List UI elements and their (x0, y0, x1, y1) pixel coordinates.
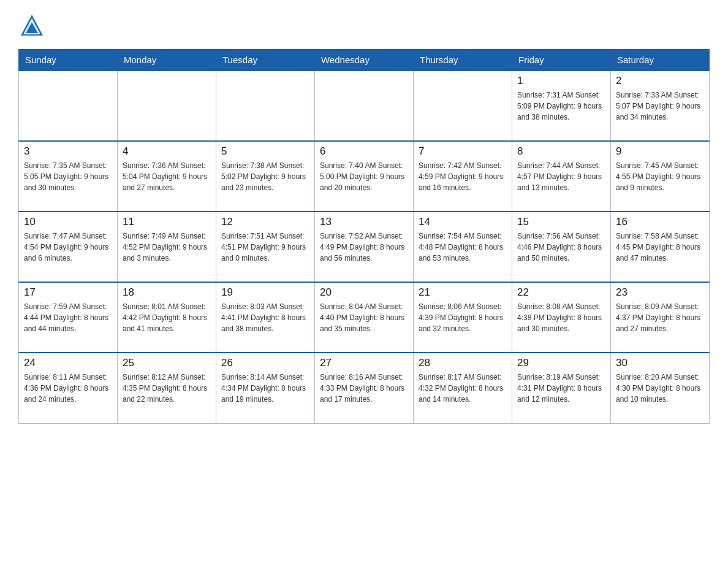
day-cell: 1Sunrise: 7:31 AM Sunset: 5:09 PM Daylig… (512, 71, 611, 141)
day-number: 21 (419, 286, 507, 299)
day-number: 1 (517, 75, 605, 87)
day-cell: 25Sunrise: 8:12 AM Sunset: 4:35 PM Dayli… (118, 353, 216, 423)
day-info: Sunrise: 7:38 AM Sunset: 5:02 PM Dayligh… (221, 160, 309, 193)
day-cell: 11Sunrise: 7:49 AM Sunset: 4:52 PM Dayli… (118, 212, 216, 282)
day-cell: 10Sunrise: 7:47 AM Sunset: 4:54 PM Dayli… (19, 212, 118, 282)
day-number: 26 (221, 357, 309, 369)
col-header-saturday: Saturday (611, 50, 710, 71)
week-row-2: 3Sunrise: 7:35 AM Sunset: 5:05 PM Daylig… (19, 141, 710, 212)
day-info: Sunrise: 8:20 AM Sunset: 4:30 PM Dayligh… (616, 372, 704, 405)
day-number: 18 (123, 286, 211, 299)
day-number: 24 (24, 357, 112, 369)
day-info: Sunrise: 7:44 AM Sunset: 4:57 PM Dayligh… (517, 160, 605, 193)
page-header (18, 12, 710, 39)
day-info: Sunrise: 7:45 AM Sunset: 4:55 PM Dayligh… (616, 160, 704, 193)
day-number: 28 (419, 357, 507, 369)
day-number: 10 (24, 216, 112, 228)
day-info: Sunrise: 7:49 AM Sunset: 4:52 PM Dayligh… (123, 231, 211, 264)
day-info: Sunrise: 8:06 AM Sunset: 4:39 PM Dayligh… (419, 301, 507, 334)
day-cell: 23Sunrise: 8:09 AM Sunset: 4:37 PM Dayli… (611, 282, 710, 353)
day-number: 12 (221, 216, 309, 228)
day-cell (216, 71, 315, 141)
day-cell: 22Sunrise: 8:08 AM Sunset: 4:38 PM Dayli… (512, 282, 611, 353)
day-info: Sunrise: 7:56 AM Sunset: 4:46 PM Dayligh… (517, 231, 605, 264)
day-cell: 9Sunrise: 7:45 AM Sunset: 4:55 PM Daylig… (611, 141, 710, 212)
day-info: Sunrise: 7:31 AM Sunset: 5:09 PM Dayligh… (517, 90, 605, 123)
day-info: Sunrise: 8:19 AM Sunset: 4:31 PM Dayligh… (517, 372, 605, 405)
day-info: Sunrise: 7:33 AM Sunset: 5:07 PM Dayligh… (616, 90, 704, 123)
day-info: Sunrise: 8:01 AM Sunset: 4:42 PM Dayligh… (123, 301, 211, 334)
day-info: Sunrise: 7:47 AM Sunset: 4:54 PM Dayligh… (24, 231, 112, 264)
day-cell: 12Sunrise: 7:51 AM Sunset: 4:51 PM Dayli… (216, 212, 315, 282)
day-cell: 19Sunrise: 8:03 AM Sunset: 4:41 PM Dayli… (216, 282, 315, 353)
day-info: Sunrise: 7:35 AM Sunset: 5:05 PM Dayligh… (24, 160, 112, 193)
day-number: 23 (616, 286, 704, 299)
day-number: 2 (616, 75, 704, 87)
day-info: Sunrise: 7:52 AM Sunset: 4:49 PM Dayligh… (320, 231, 408, 264)
day-cell: 27Sunrise: 8:16 AM Sunset: 4:33 PM Dayli… (315, 353, 414, 423)
day-cell: 6Sunrise: 7:40 AM Sunset: 5:00 PM Daylig… (315, 141, 414, 212)
day-number: 15 (517, 216, 605, 228)
day-info: Sunrise: 7:58 AM Sunset: 4:45 PM Dayligh… (616, 231, 704, 264)
day-cell: 16Sunrise: 7:58 AM Sunset: 4:45 PM Dayli… (611, 212, 710, 282)
day-cell: 2Sunrise: 7:33 AM Sunset: 5:07 PM Daylig… (611, 71, 710, 141)
day-info: Sunrise: 8:14 AM Sunset: 4:34 PM Dayligh… (221, 372, 309, 405)
day-number: 7 (419, 145, 507, 158)
day-cell (118, 71, 216, 141)
col-header-monday: Monday (118, 50, 216, 71)
day-cell: 13Sunrise: 7:52 AM Sunset: 4:49 PM Dayli… (315, 212, 414, 282)
day-cell: 18Sunrise: 8:01 AM Sunset: 4:42 PM Dayli… (118, 282, 216, 353)
day-number: 11 (123, 216, 211, 228)
day-number: 6 (320, 145, 408, 158)
day-cell (315, 71, 414, 141)
day-info: Sunrise: 8:04 AM Sunset: 4:40 PM Dayligh… (320, 301, 408, 334)
day-number: 19 (221, 286, 309, 299)
day-cell: 29Sunrise: 8:19 AM Sunset: 4:31 PM Dayli… (512, 353, 611, 423)
day-info: Sunrise: 8:17 AM Sunset: 4:32 PM Dayligh… (419, 372, 507, 405)
week-row-5: 24Sunrise: 8:11 AM Sunset: 4:36 PM Dayli… (19, 353, 710, 423)
day-info: Sunrise: 7:36 AM Sunset: 5:04 PM Dayligh… (123, 160, 211, 193)
col-header-wednesday: Wednesday (315, 50, 414, 71)
day-info: Sunrise: 7:51 AM Sunset: 4:51 PM Dayligh… (221, 231, 309, 264)
day-number: 13 (320, 216, 408, 228)
day-cell: 28Sunrise: 8:17 AM Sunset: 4:32 PM Dayli… (414, 353, 512, 423)
day-info: Sunrise: 8:11 AM Sunset: 4:36 PM Dayligh… (24, 372, 112, 405)
day-cell: 15Sunrise: 7:56 AM Sunset: 4:46 PM Dayli… (512, 212, 611, 282)
day-cell: 14Sunrise: 7:54 AM Sunset: 4:48 PM Dayli… (414, 212, 512, 282)
col-header-sunday: Sunday (19, 50, 118, 71)
day-cell: 7Sunrise: 7:42 AM Sunset: 4:59 PM Daylig… (414, 141, 512, 212)
day-cell: 20Sunrise: 8:04 AM Sunset: 4:40 PM Dayli… (315, 282, 414, 353)
day-cell: 30Sunrise: 8:20 AM Sunset: 4:30 PM Dayli… (611, 353, 710, 423)
day-cell: 8Sunrise: 7:44 AM Sunset: 4:57 PM Daylig… (512, 141, 611, 212)
week-row-1: 1Sunrise: 7:31 AM Sunset: 5:09 PM Daylig… (19, 71, 710, 141)
col-header-friday: Friday (512, 50, 611, 71)
day-number: 27 (320, 357, 408, 369)
day-number: 30 (616, 357, 704, 369)
day-cell: 26Sunrise: 8:14 AM Sunset: 4:34 PM Dayli… (216, 353, 315, 423)
col-header-tuesday: Tuesday (216, 50, 315, 71)
day-cell (414, 71, 512, 141)
day-number: 8 (517, 145, 605, 158)
day-number: 20 (320, 286, 408, 299)
day-info: Sunrise: 7:40 AM Sunset: 5:00 PM Dayligh… (320, 160, 408, 193)
day-cell: 17Sunrise: 7:59 AM Sunset: 4:44 PM Dayli… (19, 282, 118, 353)
day-cell: 3Sunrise: 7:35 AM Sunset: 5:05 PM Daylig… (19, 141, 118, 212)
week-row-3: 10Sunrise: 7:47 AM Sunset: 4:54 PM Dayli… (19, 212, 710, 282)
week-row-4: 17Sunrise: 7:59 AM Sunset: 4:44 PM Dayli… (19, 282, 710, 353)
day-cell (19, 71, 118, 141)
day-info: Sunrise: 8:08 AM Sunset: 4:38 PM Dayligh… (517, 301, 605, 334)
calendar-header-row: SundayMondayTuesdayWednesdayThursdayFrid… (19, 50, 710, 71)
day-cell: 24Sunrise: 8:11 AM Sunset: 4:36 PM Dayli… (19, 353, 118, 423)
day-info: Sunrise: 7:42 AM Sunset: 4:59 PM Dayligh… (419, 160, 507, 193)
logo (18, 12, 49, 39)
day-info: Sunrise: 8:12 AM Sunset: 4:35 PM Dayligh… (123, 372, 211, 405)
day-cell: 21Sunrise: 8:06 AM Sunset: 4:39 PM Dayli… (414, 282, 512, 353)
col-header-thursday: Thursday (414, 50, 512, 71)
day-number: 25 (123, 357, 211, 369)
day-number: 3 (24, 145, 112, 158)
day-number: 5 (221, 145, 309, 158)
day-number: 17 (24, 286, 112, 299)
day-cell: 4Sunrise: 7:36 AM Sunset: 5:04 PM Daylig… (118, 141, 216, 212)
day-number: 29 (517, 357, 605, 369)
day-info: Sunrise: 7:59 AM Sunset: 4:44 PM Dayligh… (24, 301, 112, 334)
